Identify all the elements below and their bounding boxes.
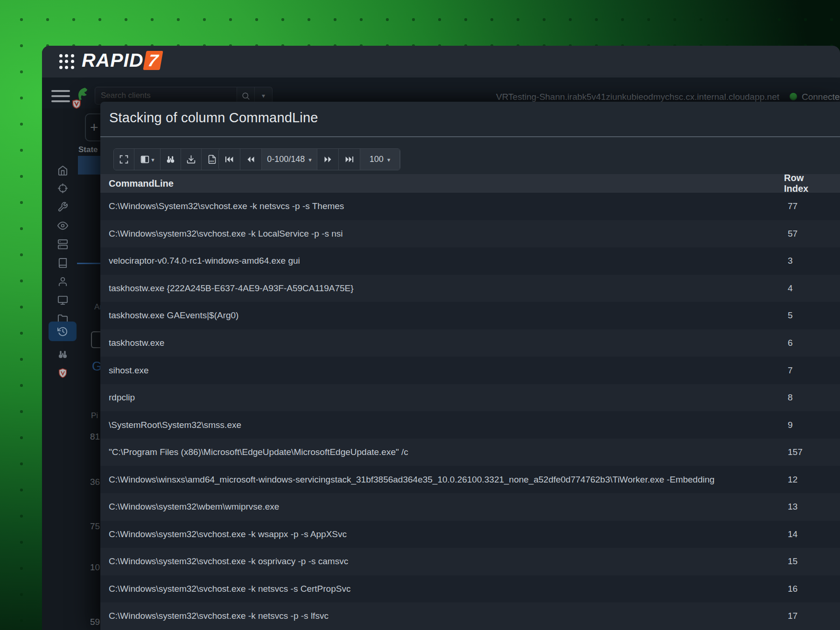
pagination-controls: 0-100/148 ▾ 100 ▾ [218, 148, 400, 170]
command-cell: C:\Windows\system32\svchost.exe -k Local… [109, 229, 343, 239]
command-cell: taskhostw.exe {222A245B-E637-4AE9-A93F-A… [109, 283, 354, 294]
table-row[interactable]: C:\Windows\system32\svchost.exe -k netsv… [100, 602, 840, 630]
row-index-cell: 9 [788, 420, 793, 430]
csv-file-icon: csv [207, 154, 217, 164]
table-row[interactable]: C:\Windows\system32\wbem\wmiprvse.exe 13 [100, 493, 840, 521]
page-range-label: 0-100/148 [267, 154, 305, 164]
last-page-button[interactable] [339, 149, 360, 170]
page-size-dropdown[interactable]: 100 ▾ [360, 149, 400, 170]
previous-page-icon [246, 154, 256, 164]
next-page-icon [323, 154, 333, 164]
svg-text:csv: csv [209, 160, 214, 162]
command-cell: C:\Windows\system32\svchost.exe -k ospri… [109, 556, 348, 567]
row-index-cell: 14 [788, 529, 798, 539]
table-header: CommandLine Row Index [100, 174, 840, 193]
expand-icon [119, 154, 129, 164]
download-icon [186, 154, 196, 164]
row-index-cell: 5 [788, 310, 793, 321]
row-index-cell: 12 [788, 475, 798, 485]
screen: RAPID 7 ▾ VRTesting-Shann.irabk5v41ziunk… [0, 0, 840, 630]
command-cell: rdpclip [109, 392, 135, 403]
row-index-cell: 13 [788, 502, 798, 512]
command-cell: "C:\Program Files (x86)\Microsoft\EdgeUp… [109, 447, 408, 457]
command-cell: C:\Windows\system32\wbem\wmiprvse.exe [109, 502, 279, 512]
last-page-icon [344, 154, 354, 164]
row-index-cell: 157 [788, 447, 803, 457]
row-index-cell: 6 [788, 338, 793, 348]
filter-rows-button[interactable] [161, 149, 181, 170]
table-row[interactable]: C:\Windows\system32\svchost.exe -k netsv… [100, 575, 840, 603]
first-page-icon [224, 154, 234, 164]
table-row[interactable]: taskhostw.exe 6 [100, 329, 840, 357]
modal-divider [100, 136, 840, 137]
row-index-cell: 17 [788, 611, 798, 621]
row-index-cell: 16 [788, 584, 798, 594]
row-index-cell: 57 [788, 229, 798, 239]
rapid7-logo: RAPID 7 [82, 49, 161, 71]
page-range-dropdown[interactable]: 0-100/148 ▾ [262, 149, 317, 170]
first-page-button[interactable] [219, 149, 240, 170]
modal-title: Stacking of column CommandLine [109, 110, 318, 126]
table-row[interactable]: C:\Windows\system32\svchost.exe -k wsapp… [100, 521, 840, 548]
caret-down-icon: ▾ [151, 156, 154, 163]
row-index-cell: 7 [788, 365, 793, 376]
command-cell: taskhostw.exe [109, 338, 164, 348]
commandline-column-header[interactable]: CommandLine [109, 174, 174, 193]
page-size-label: 100 [370, 154, 384, 164]
table-row[interactable]: rdpclip 8 [100, 384, 840, 412]
columns-icon [140, 154, 150, 164]
table-row[interactable]: taskhostw.exe {222A245B-E637-4AE9-A93F-A… [100, 275, 840, 302]
command-cell: sihost.exe [109, 365, 149, 376]
caret-down-icon: ▾ [387, 156, 391, 163]
download-button[interactable] [181, 149, 202, 170]
column-settings-button[interactable]: ▾ [134, 149, 161, 170]
binoculars-icon [166, 154, 175, 164]
app-launcher-grid-icon[interactable] [57, 52, 76, 71]
table-row[interactable]: sihost.exe 7 [100, 357, 840, 384]
table-row[interactable]: C:\Windows\system32\svchost.exe -k Local… [100, 220, 840, 248]
table-row[interactable]: C:\Windows\System32\svchost.exe -k netsv… [100, 193, 840, 220]
command-cell: C:\Windows\system32\svchost.exe -k wsapp… [109, 529, 347, 539]
table-toolbar: ▾ csv [113, 148, 223, 170]
caret-down-icon: ▾ [308, 156, 312, 163]
row-index-cell: 77 [788, 201, 798, 211]
expand-table-button[interactable] [114, 149, 134, 170]
table-row[interactable]: "C:\Program Files (x86)\Microsoft\EdgeUp… [100, 439, 840, 466]
rapid7-logo-seven: 7 [143, 51, 163, 70]
table-row[interactable]: velociraptor-v0.74.0-rc1-windows-amd64.e… [100, 247, 840, 275]
table-row[interactable]: C:\Windows\winsxs\amd64_microsoft-window… [100, 466, 840, 493]
command-cell: C:\Windows\winsxs\amd64_microsoft-window… [109, 475, 714, 485]
table-row[interactable]: C:\Windows\system32\svchost.exe -k ospri… [100, 548, 840, 575]
previous-page-button[interactable] [240, 149, 262, 170]
row-index-cell: 3 [788, 256, 793, 266]
table-row[interactable]: \SystemRoot\System32\smss.exe 9 [100, 411, 840, 439]
command-cell: C:\Windows\system32\svchost.exe -k netsv… [109, 584, 350, 594]
rapid7-logo-text: RAPID [82, 49, 144, 71]
app-header: RAPID 7 [42, 46, 840, 77]
row-index-cell: 8 [788, 392, 793, 403]
command-cell: taskhostw.exe GAEvents|$(Arg0) [109, 310, 238, 321]
row-index-cell: 15 [788, 556, 798, 567]
next-page-button[interactable] [317, 149, 339, 170]
row-index-cell: 4 [788, 283, 793, 294]
row-index-column-header[interactable]: Row Index [784, 174, 827, 193]
command-cell: \SystemRoot\System32\smss.exe [109, 420, 241, 430]
command-cell: velociraptor-v0.74.0-rc1-windows-amd64.e… [109, 256, 300, 266]
stacking-modal: Stacking of column CommandLine ▾ csv [100, 102, 840, 630]
table-row[interactable]: taskhostw.exe GAEvents|$(Arg0) 5 [100, 302, 840, 329]
command-cell: C:\Windows\System32\svchost.exe -k netsv… [109, 201, 344, 211]
command-cell: C:\Windows\system32\svchost.exe -k netsv… [109, 611, 329, 621]
table-body: C:\Windows\System32\svchost.exe -k netsv… [100, 193, 840, 630]
